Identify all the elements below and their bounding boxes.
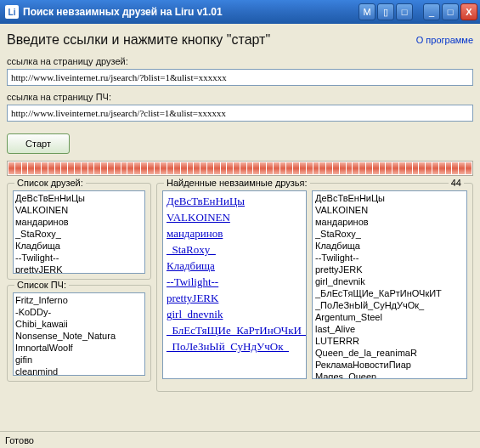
found-link-item[interactable]: prettyJERK [167, 290, 302, 306]
list-item[interactable]: VALKOINEN [315, 204, 464, 216]
found-count: 44 [449, 178, 464, 188]
pch-listbox[interactable]: Fritz_Inferno-KoDDy-Chibi_kawaiiNonsense… [13, 292, 145, 376]
list-item[interactable]: -KoDDy- [15, 306, 143, 318]
list-item[interactable]: _StaRoxy_ [15, 228, 143, 240]
friends-listbox[interactable]: ДеВсТвЕнНиЦыVALKOINENмандаринов_StaRoxy_… [13, 190, 145, 274]
list-item[interactable]: LUTERRR [315, 335, 464, 347]
window-title: Поиск невзаимных друзей на Liru v1.01 [23, 6, 359, 18]
list-item[interactable]: Chibi_kawaii [15, 318, 143, 330]
extra-button-3[interactable]: □ [396, 3, 413, 20]
app-icon: Li [5, 5, 19, 19]
progress-bar [7, 161, 473, 176]
list-item[interactable]: мандаринов [15, 216, 143, 228]
list-item[interactable]: prettyJERK [15, 264, 143, 274]
list-item[interactable]: Queen_de_la_reanimaR [315, 347, 464, 359]
list-item[interactable]: VALKOINEN [15, 204, 143, 216]
friends-url-input[interactable] [7, 69, 473, 86]
maximize-button[interactable]: □ [442, 3, 459, 20]
list-item[interactable]: prettyJERK [315, 264, 464, 275]
list-item[interactable]: girl_dnevnik [315, 275, 464, 287]
found-link-item[interactable]: _БлЕсТяЩИе_КаРтИнОЧкИ_ [167, 322, 302, 338]
minimize-button[interactable]: _ [423, 3, 440, 20]
page-heading: Введите ссылки и нажмите кнопку "старт" [7, 32, 473, 48]
pch-group-title: Список ПЧ: [14, 280, 69, 290]
list-item[interactable]: _StaRoxy_ [315, 228, 464, 240]
found-link-item[interactable]: VALKOINEN [167, 209, 302, 225]
list-item[interactable]: Кладбища [15, 240, 143, 252]
about-link[interactable]: О программе [416, 35, 473, 45]
list-item[interactable]: РекламаНовостиПиар [315, 359, 464, 371]
status-bar: Готово [0, 431, 480, 448]
list-item[interactable]: ImnortalWoolf [15, 342, 143, 354]
found-link-item[interactable]: --Twilight-- [167, 274, 302, 290]
list-item[interactable]: --Twilight-- [15, 252, 143, 264]
found-right-listbox[interactable]: ДеВсТвЕнНиЦыVALKOINENмандаринов_StaRoxy_… [312, 190, 467, 379]
friends-url-label: ссылка на страницу друзей: [7, 56, 473, 66]
found-link-item[interactable]: мандаринов [167, 225, 302, 241]
found-link-item[interactable]: ДеВсТвЕнНиЦы [167, 193, 302, 209]
friends-group: Список друзей: ДеВсТвЕнНиЦыVALKOINENманд… [7, 183, 151, 280]
titlebar: Li Поиск невзаимных друзей на Liru v1.01… [0, 0, 480, 24]
status-text: Готово [5, 435, 34, 445]
list-item[interactable]: _БлЕсТяЩИе_КаРтИнОЧкИТ [315, 287, 464, 299]
found-link-item[interactable]: _StaRoxy_ [167, 241, 302, 258]
list-item[interactable]: --Twilight-- [315, 252, 464, 264]
list-item[interactable]: ДеВсТвЕнНиЦы [15, 192, 143, 204]
found-link-item[interactable]: Кладбища [167, 258, 302, 274]
list-item[interactable]: Nonsense_Note_Natura [15, 330, 143, 342]
list-item[interactable]: _ПоЛеЗнЫй_СуНдУчОк_ [315, 299, 464, 311]
list-item[interactable]: Mages_Queen [315, 371, 464, 379]
list-item[interactable]: Argentum_Steel [315, 311, 464, 323]
list-item[interactable]: gifin [15, 354, 143, 366]
start-button[interactable]: Старт [7, 133, 70, 154]
pch-url-label: ссылка на страницу ПЧ: [7, 92, 473, 102]
pch-url-input[interactable] [7, 105, 473, 122]
list-item[interactable]: Кладбища [315, 240, 464, 252]
found-links-pane[interactable]: ДеВсТвЕнНиЦыVALKOINENмандаринов_StaRoxy_… [162, 190, 307, 379]
list-item[interactable]: мандаринов [315, 216, 464, 228]
extra-button-1[interactable]: M [359, 3, 376, 20]
found-group-title: Найденные невзаимные друзья: [164, 178, 310, 188]
list-item[interactable]: ДеВсТвЕнНиЦы [315, 192, 464, 204]
pch-group: Список ПЧ: Fritz_Inferno-KoDDy-Chibi_kaw… [7, 285, 151, 382]
found-link-item[interactable]: girl_dnevnik [167, 306, 302, 322]
friends-group-title: Список друзей: [14, 178, 86, 188]
close-button[interactable]: X [460, 3, 477, 20]
found-link-item[interactable]: _ПоЛеЗнЫй_СуНдУчОк_ [167, 338, 302, 354]
found-group: Найденные невзаимные друзья: 44 ДеВсТвЕн… [156, 183, 473, 392]
list-item[interactable]: last_Alive [315, 323, 464, 335]
list-item[interactable]: Fritz_Inferno [15, 294, 143, 306]
extra-button-2[interactable]: ▯ [377, 3, 394, 20]
list-item[interactable]: cleanmind [15, 366, 143, 376]
